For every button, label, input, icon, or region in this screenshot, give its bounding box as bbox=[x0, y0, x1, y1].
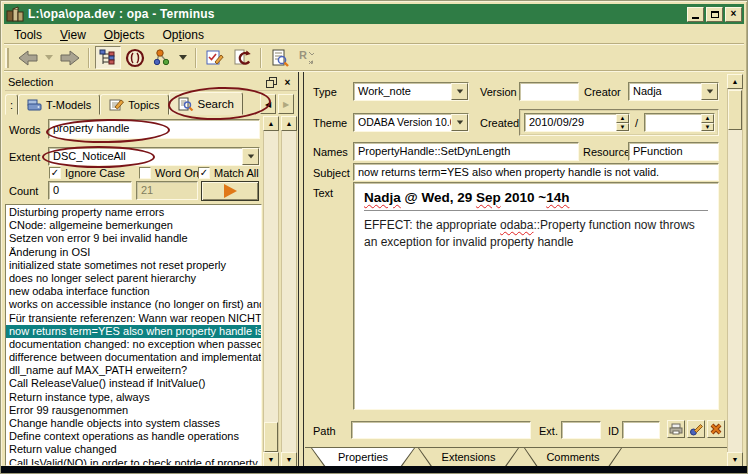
form-scrollbar-thumb[interactable] bbox=[264, 422, 278, 452]
menu-item-objects[interactable]: Objects bbox=[95, 27, 154, 43]
panel-scroll-down-button[interactable]: ▼ bbox=[281, 452, 297, 467]
delete-button[interactable] bbox=[707, 420, 725, 438]
list-item[interactable]: Define context operations as handle oper… bbox=[6, 430, 261, 443]
print-button[interactable] bbox=[667, 420, 685, 438]
resource-label: Resource bbox=[583, 146, 630, 158]
menu-item-options[interactable]: Options bbox=[154, 27, 213, 43]
list-item[interactable]: Call IsValid(NO) in order to check notde… bbox=[6, 457, 261, 466]
subject-input[interactable]: now returns term=YES also when property … bbox=[353, 163, 719, 181]
created-time-spinner[interactable]: ▲▼ bbox=[701, 114, 714, 131]
tree-view-button[interactable] bbox=[95, 46, 121, 69]
list-item[interactable]: Für transiente referenzen: Wann war reop… bbox=[6, 312, 261, 325]
tab-scroll-left-button[interactable]: ◀ bbox=[260, 94, 276, 114]
run-search-button[interactable] bbox=[201, 181, 259, 201]
list-item[interactable]: works on accessible instance (no longer … bbox=[6, 298, 261, 311]
close-button[interactable]: × bbox=[725, 7, 742, 22]
theme-dropdown-button[interactable] bbox=[451, 114, 468, 131]
undo-icon bbox=[232, 48, 252, 68]
toolbar: R bbox=[5, 46, 320, 69]
match-all-checkbox[interactable]: ✓ Match All bbox=[198, 167, 259, 179]
id-input[interactable] bbox=[622, 421, 660, 439]
word-only-checkbox[interactable]: Word Only bbox=[139, 167, 207, 179]
edit-note-button[interactable] bbox=[202, 46, 228, 69]
list-item[interactable]: difference between documentation and imp… bbox=[6, 351, 261, 364]
list-item[interactable]: Return value changed bbox=[6, 443, 261, 456]
panel-scroll-up-button[interactable]: ▲ bbox=[281, 116, 297, 131]
ext-input[interactable] bbox=[561, 421, 601, 439]
type-dropdown-button[interactable] bbox=[451, 83, 468, 100]
list-item[interactable]: does no longer select parent hierarchy bbox=[6, 272, 261, 285]
window-title: L:\opa\opa.dev : opa - Terminus bbox=[28, 7, 215, 21]
tab-extensions[interactable]: Extensions bbox=[418, 448, 519, 467]
toolbar-separator bbox=[195, 48, 197, 68]
reorganize-button[interactable]: R bbox=[294, 46, 320, 69]
list-item[interactable]: Call ReleaseValue() instead if InitValue… bbox=[6, 377, 261, 390]
list-item[interactable]: Change handle objects into system classe… bbox=[6, 417, 261, 430]
tab-partial[interactable]: : bbox=[5, 94, 18, 115]
tab-comments[interactable]: Comments bbox=[524, 448, 622, 467]
list-item[interactable]: now returns term=YES also when property … bbox=[6, 325, 261, 338]
right-scroll-up-button[interactable]: ▲ bbox=[727, 74, 743, 89]
close-panel-button[interactable]: × bbox=[281, 76, 294, 89]
list-item[interactable]: initialized state sometimes not reset pr… bbox=[6, 259, 261, 272]
created-date-spinner[interactable]: ▲▼ bbox=[616, 114, 629, 131]
list-item[interactable]: Return instance type, always bbox=[6, 391, 261, 404]
ignore-case-checkbox[interactable]: ✓ Ignore Case bbox=[49, 167, 125, 179]
names-input[interactable]: PropertyHandle::SetDynLength bbox=[353, 142, 579, 161]
creator-dropdown-button[interactable] bbox=[701, 83, 718, 100]
undo-button[interactable] bbox=[229, 46, 255, 69]
path-input[interactable] bbox=[351, 421, 531, 439]
form-scroll-up-button[interactable]: ▲ bbox=[263, 116, 279, 131]
resource-input[interactable]: PFunction bbox=[628, 142, 719, 161]
relations-button[interactable] bbox=[149, 46, 175, 69]
list-item[interactable]: dll_name auf MAX_PATH erweitern? bbox=[6, 364, 261, 377]
back-icon bbox=[17, 49, 39, 67]
forward-button[interactable] bbox=[57, 46, 83, 69]
close-icon: × bbox=[285, 77, 291, 88]
tab-t-models[interactable]: T-Models bbox=[18, 94, 100, 115]
maximize-button[interactable] bbox=[706, 7, 723, 22]
created-date-input[interactable]: 2010/09/29 bbox=[524, 113, 630, 132]
extent-combobox[interactable]: DSC_NoticeAll bbox=[48, 147, 260, 166]
menu-item-tools[interactable]: Tools bbox=[5, 27, 51, 43]
tab-scroll-right-button[interactable]: ▶ bbox=[278, 94, 294, 114]
right-scrollbar[interactable] bbox=[727, 74, 743, 466]
right-scroll-down-button[interactable]: ▼ bbox=[727, 452, 743, 467]
back-button[interactable] bbox=[15, 46, 41, 69]
count-input[interactable]: 0 bbox=[48, 181, 132, 200]
search-results-list[interactable]: Disturbing property name errorsCNode: al… bbox=[5, 204, 262, 466]
list-item[interactable]: new odaba interface function bbox=[6, 285, 261, 298]
toolbar-grip[interactable] bbox=[5, 48, 9, 68]
list-item[interactable]: Disturbing property name errors bbox=[6, 206, 261, 219]
tab-topics[interactable]: Topics bbox=[100, 94, 168, 115]
relations-icon bbox=[152, 48, 172, 68]
minimize-button[interactable] bbox=[687, 7, 704, 22]
target-view-button[interactable] bbox=[122, 46, 148, 69]
report-search-button[interactable] bbox=[267, 46, 293, 69]
list-item[interactable]: documentation changed: no exception when… bbox=[6, 338, 261, 351]
relations-menu-button[interactable] bbox=[176, 46, 190, 69]
tab-label: Search bbox=[198, 98, 234, 110]
menu-item-view[interactable]: View bbox=[51, 27, 95, 43]
tab-search[interactable]: Search bbox=[169, 92, 243, 115]
panel-splitter[interactable] bbox=[299, 72, 304, 466]
tab-properties[interactable]: Properties bbox=[311, 448, 415, 467]
form-scrollbar[interactable] bbox=[263, 116, 279, 466]
subject-label: Subject bbox=[313, 167, 350, 179]
spellcheck-word: Sep bbox=[476, 190, 501, 205]
extent-dropdown-button[interactable] bbox=[242, 148, 259, 165]
form-scroll-down-button[interactable]: ▼ bbox=[263, 452, 279, 467]
version-input[interactable] bbox=[519, 82, 579, 101]
back-history-button[interactable] bbox=[42, 46, 56, 69]
extent-label: Extent bbox=[9, 151, 40, 163]
float-panel-button[interactable] bbox=[265, 76, 278, 89]
list-item[interactable]: Änderung in OSI bbox=[6, 246, 261, 259]
list-item[interactable]: Error 99 rausgenommen bbox=[6, 404, 261, 417]
words-input[interactable]: property handle bbox=[48, 119, 260, 139]
panel-scrollbar[interactable] bbox=[281, 116, 297, 466]
list-item[interactable]: CNode: allgemeine bemerkungen bbox=[6, 219, 261, 232]
pen-button[interactable] bbox=[687, 420, 705, 438]
text-editor[interactable]: Nadja @ Wed, 29 Sep 2010 ~14h EFFECT: th… bbox=[353, 182, 719, 410]
list-item[interactable]: Setzen von error 9 bei invalid handle bbox=[6, 232, 261, 245]
right-scrollbar-thumb[interactable] bbox=[728, 90, 742, 130]
